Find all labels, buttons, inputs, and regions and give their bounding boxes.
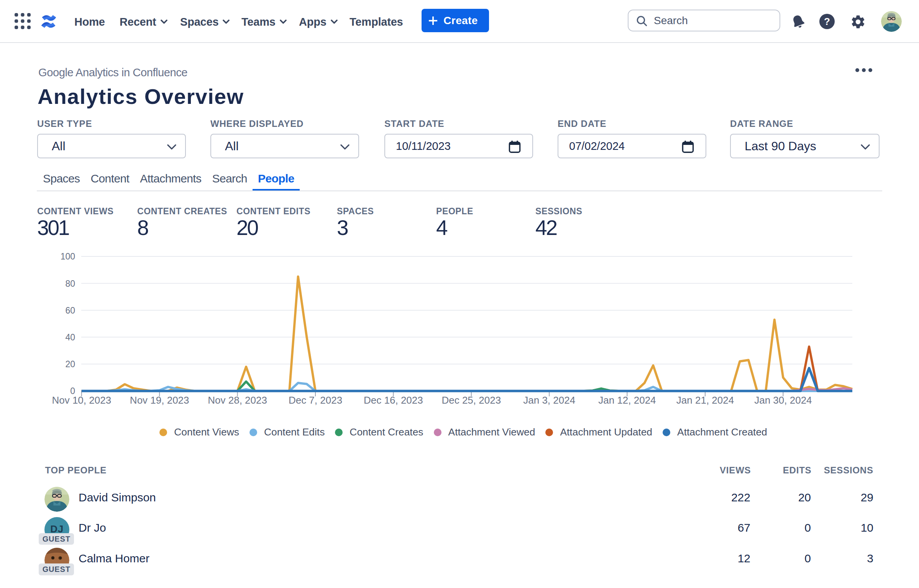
- svg-text:Jan 3, 2024: Jan 3, 2024: [523, 394, 575, 406]
- svg-text:Jan 30, 2024: Jan 30, 2024: [754, 394, 812, 406]
- svg-text:80: 80: [65, 279, 75, 289]
- svg-text:Nov 10, 2023: Nov 10, 2023: [52, 394, 111, 406]
- svg-text:Jan 12, 2024: Jan 12, 2024: [598, 394, 656, 406]
- svg-text:Dec 7, 2023: Dec 7, 2023: [289, 394, 342, 406]
- svg-text:40: 40: [65, 332, 75, 342]
- svg-text:Nov 28, 2023: Nov 28, 2023: [208, 394, 267, 406]
- svg-text:?: ?: [824, 16, 830, 27]
- svg-text:Nov 19, 2023: Nov 19, 2023: [130, 394, 189, 406]
- svg-text:20: 20: [65, 359, 75, 369]
- svg-text:Dec 16, 2023: Dec 16, 2023: [364, 394, 423, 406]
- svg-text:Jan 21, 2024: Jan 21, 2024: [676, 394, 734, 406]
- svg-text:Dec 25, 2023: Dec 25, 2023: [441, 394, 501, 406]
- svg-text:60: 60: [65, 305, 75, 315]
- svg-text:100: 100: [61, 251, 75, 261]
